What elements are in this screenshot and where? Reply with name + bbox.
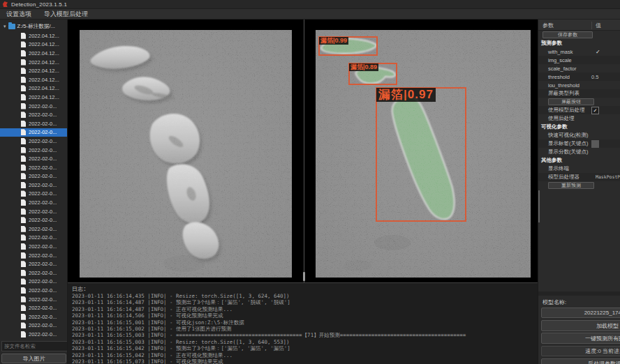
tree-item[interactable]: 2022-02-0... [0,295,67,304]
tree-root[interactable]: ▾ Z:/5-标注数据/... [0,22,67,31]
tree-item-label: 2022-02-0... [29,129,57,135]
tree-item[interactable]: 2022-02-0... [0,172,67,181]
param-row[interactable]: scale_factor [538,64,620,73]
detection-layer: 漏箔|0.99漏箔|0.89漏箔|0.97 [316,30,531,278]
check-icon[interactable]: ✓ [596,49,600,55]
tree-item-label: 2022.04.12... [29,77,59,83]
param-row[interactable]: threshold0.5 [538,73,620,81]
param-button-row: 重新预测 [538,181,620,190]
param-row[interactable]: 使用后处理 [538,114,620,123]
filename-search-input[interactable] [1,341,68,351]
tree-item[interactable]: 2022-02-0... [0,146,67,155]
param-value[interactable]: 0.5 [591,74,598,80]
tree-item-label: 2022-02-0... [29,173,57,179]
tree-item[interactable]: 2022-02-0... [0,190,67,199]
param-row[interactable]: 使用模型后处理✓ [538,106,620,114]
param-label: threshold [538,74,570,80]
tree-item[interactable]: 2022.04.12... [0,84,67,93]
param-button[interactable]: 保存参数 [542,31,593,38]
tree-item[interactable]: 2022.04.12... [0,58,67,67]
log-line: 2023-01-11 16:16:15,042 |INFO| - 正在可视化预测… [72,352,538,358]
tree-item-label: 2022-02-0... [29,296,57,303]
tree-item[interactable]: 2022-02-0... [0,207,67,216]
detection-label: 漏箔|0.99 [319,37,348,45]
tree-item[interactable]: 2022-02-0... [0,321,67,331]
file-icon [21,103,26,109]
param-section: 其他参数 [538,156,620,165]
param-value[interactable]: MaskPostPro [596,174,620,180]
tree-item[interactable]: 2022.04.12... [0,40,67,50]
expander-icon[interactable]: ▾ [3,24,6,29]
param-row[interactable]: 显示终端 [538,165,620,173]
params-scrollbar[interactable] [538,190,540,222]
file-icon [21,33,26,39]
tree-item[interactable]: 2022-02-0... [0,110,67,119]
tree-item[interactable]: 2022-02-0... [0,198,67,207]
tree-item[interactable]: 2022-02-0... [0,163,67,172]
param-label: 显示标签(关键点) [538,140,589,147]
tree-item[interactable]: 2022-02-0... [0,225,67,234]
tree-item[interactable]: 2022-02-0... [0,251,67,260]
tree-item[interactable]: 2022-02-0... [0,268,67,278]
tree-item[interactable]: 2022-02-0... [0,154,67,163]
file-icon [21,331,26,338]
tree-item[interactable]: 2022-02-0... [0,215,67,225]
file-icon [21,314,26,320]
right-image-panel[interactable]: 漏箔|0.99漏箔|0.89漏箔|0.97 [316,30,531,278]
model-section: 模型名称: 20221225_174813 加载模型 一键预测所有图片 速度:0… [538,291,620,364]
panel-splitter[interactable] [302,20,307,282]
param-button[interactable]: 重新预测 [548,182,594,189]
param-row[interactable]: 快速可视化(检测) [538,131,620,139]
model-name-button[interactable]: 20221225_174813 [541,308,620,318]
checkbox-unchecked[interactable] [591,140,599,148]
tree-item[interactable]: 2022-02-0... [0,128,67,137]
predict-all-button[interactable]: 一键预测所有图片 [541,333,620,344]
tree-item[interactable]: 2022.04.12... [0,75,67,84]
checkbox-checked[interactable]: ✓ [591,107,599,114]
tree-item[interactable]: 2022-02-0... [0,259,67,268]
param-row[interactable]: with_mask✓ [538,47,620,56]
tree-item[interactable]: 2022-02-0... [0,119,67,128]
param-row[interactable]: 模型后处理器MaskPostPro [538,173,620,181]
log-line: 2023-01-11 16:16:14,435 |INFO| - Resize:… [72,293,538,299]
tree-item[interactable]: 2022-02-0... [0,303,67,312]
tree-item[interactable]: 2022-02-0... [0,278,67,287]
param-row[interactable]: 显示分数(关键点) [538,148,620,156]
param-row[interactable]: 显示标签(关键点) [538,139,620,148]
file-icon [21,252,26,259]
tree-item[interactable]: 2022.04.12... [0,49,67,58]
param-button[interactable]: 屏蔽按钮 [548,98,594,105]
param-row[interactable]: img_scale [538,56,620,64]
tree-item-label: 2022-02-0... [29,287,57,294]
window-title: Detection_2023.1.5.1 [11,1,67,8]
load-model-button[interactable]: 加载模型 [541,320,620,331]
tree-item[interactable]: 2022-02-0... [0,286,67,295]
param-label: 屏蔽类型列表 [538,90,580,97]
tree-item[interactable]: 2022-02-0... [0,137,67,146]
tree-item[interactable]: 2022-02-0... [0,234,67,243]
param-label: 快速可视化(检测) [538,132,589,139]
postprocess-settings-button[interactable]: 后处理参数设置 [541,358,620,364]
left-image-panel[interactable] [80,30,292,278]
import-images-button[interactable]: 导入图片 [1,354,66,363]
tree-item[interactable]: 2022-02-0... [0,102,67,111]
menu-import-postprocess[interactable]: 导入模型后处理 [44,10,88,19]
tree-item[interactable]: 2022.04.12... [0,31,67,40]
param-table: 保存参数预测参数with_mask✓img_scalescale_factort… [538,31,620,190]
tree-item[interactable]: 2022-02-0... [0,330,67,339]
param-row[interactable]: iou_threshold [538,81,620,89]
param-table-header: 参数 值 [538,20,620,31]
tree-item[interactable]: 2022-02-0... [0,242,67,251]
tree-item[interactable]: 2022-02-0... [0,181,67,190]
param-row[interactable]: 屏蔽类型列表 [538,89,620,98]
tree-item[interactable]: 2022.04.12... [0,66,67,75]
param-label: 使用后处理 [538,115,575,122]
log-panel[interactable]: 日志: 2023-01-11 16:16:14,435 |INFO| - Res… [68,282,538,364]
tree-item-label: 2022-02-0... [29,314,57,320]
log-line: 2023-01-11 16:16:15,042 |INFO| - 预测出了3个结… [72,345,538,351]
param-section: 可视化参数 [538,123,620,131]
title-bar: Detection_2023.1.5.1 [0,0,620,9]
tree-item[interactable]: 2022-02-0... [0,312,67,321]
tree-item[interactable]: 2022.04.12... [0,93,67,102]
menu-settings[interactable]: 设置选项 [6,10,31,19]
